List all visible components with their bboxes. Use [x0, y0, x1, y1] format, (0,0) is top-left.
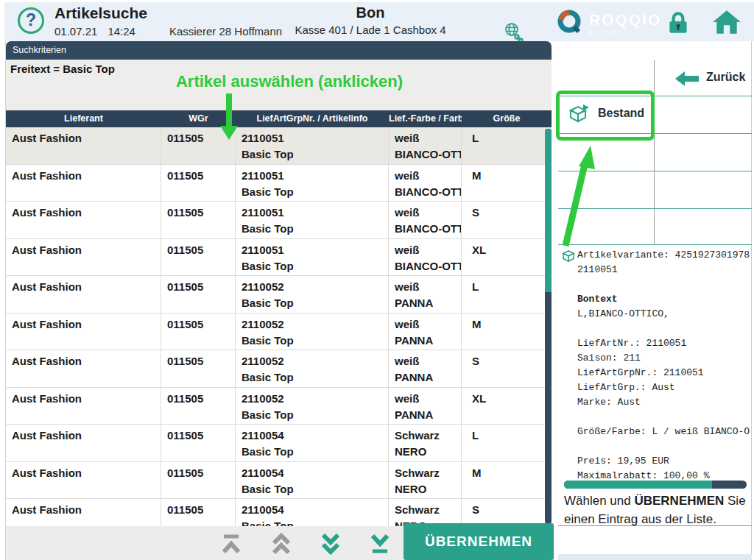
logo-subtext: 4.1745: [589, 29, 661, 36]
detail-liefartnr: LiefArtNr.: 2110051: [562, 336, 750, 351]
pos-window: ? Artikelsuche 01.07.2114:24Kassierer 28…: [0, 0, 754, 560]
cell-farbe: weißBIANCO-OTTICO: [389, 165, 462, 202]
detail-marke: Marke: Aust: [562, 395, 750, 410]
table-row[interactable]: Aust Fashion 011505 2110052Basic Top wei…: [6, 276, 552, 313]
detail-preis: Preis: 19,95 EUR: [562, 454, 750, 469]
cell-groesse: M: [462, 313, 552, 350]
page-title: Artikelsuche: [54, 4, 147, 22]
table-row[interactable]: Aust Fashion 011505 2110051Basic Top wei…: [6, 165, 552, 202]
cell-artikelinfo: 2110051Basic Top: [236, 165, 389, 202]
stock-box-icon: [567, 104, 591, 124]
home-icon[interactable]: [712, 9, 741, 38]
cell-artikelinfo: 2110054Basic Top: [236, 462, 389, 499]
side-panel-divider: [558, 525, 752, 526]
table-row[interactable]: Aust Fashion 011505 2110051Basic Top wei…: [6, 202, 552, 239]
detail-bontext-value: L,BIANCO-OTTICO,: [562, 307, 750, 322]
search-criteria-bar: Suchkriterien: [6, 41, 552, 60]
stock-button[interactable]: Bestand: [558, 96, 654, 133]
app-header: ? Artikelsuche 01.07.2114:24Kassierer 28…: [4, 2, 754, 41]
article-table: Aust Fashion 011505 2110051Basic Top wei…: [6, 127, 552, 526]
back-button-label: Zurück: [706, 71, 745, 84]
detail-variant: Artikelvariante: 4251927301978: [562, 248, 750, 263]
grid-line: [558, 208, 752, 209]
back-arrow-icon: [675, 71, 699, 87]
cell-artikelinfo: 2110051Basic Top: [236, 202, 389, 238]
article-details: Artikelvariante: 4251927301978 2110051 B…: [562, 248, 750, 483]
progress-fill: [564, 481, 712, 489]
cell-lieferant: Aust Fashion: [6, 202, 161, 238]
cell-farbe: weißBIANCO-OTTICO: [389, 202, 462, 238]
cell-lieferant: Aust Fashion: [6, 425, 161, 461]
document-header: Bon Kasse 401 / Lade 1 Cashbox 4: [260, 4, 481, 36]
table-row[interactable]: Aust Fashion 011505 2110052Basic Top wei…: [6, 313, 552, 351]
cell-artikelinfo: 2110051Basic Top: [236, 127, 389, 164]
detail-groesse-farbe: Größe/Farbe: L / weiß BIANCO-O: [562, 425, 750, 439]
cell-farbe: weißBIANCO-OTTICO: [389, 239, 462, 276]
cell-groesse: M: [462, 165, 552, 202]
instruction-hint: Wählen und ÜBERNEHMEN Sie einen Eintrag …: [564, 492, 750, 528]
detail-saison: Saison: 211: [562, 351, 750, 366]
cell-artikelinfo: 2110052Basic Top: [236, 276, 389, 313]
cell-lieferant: Aust Fashion: [6, 313, 161, 350]
cell-wgr: 011505: [161, 202, 236, 238]
cell-wgr: 011505: [161, 313, 236, 350]
table-row[interactable]: Aust Fashion 011505 2110052Basic Top wei…: [6, 388, 552, 425]
header-subline: 01.07.2114:24Kassierer 28 Hoffmann: [54, 25, 282, 38]
annotation-select-hint: Artikel auswählen (anklicken): [113, 72, 466, 91]
time-label: 14:24: [108, 25, 135, 38]
cell-farbe: SchwarzNERO: [389, 425, 462, 461]
cell-wgr: 011505: [161, 425, 236, 461]
grid-line: [558, 171, 752, 171]
detail-liefartgrpnr: LiefArtGrpNr.: 2110051: [562, 366, 750, 380]
cell-artikelinfo: 2110054Basic Top: [236, 499, 389, 526]
side-panel-footer-strip: [558, 554, 752, 560]
logo-text: ROQQIO: [589, 11, 661, 29]
cell-artikelinfo: 2110052Basic Top: [236, 313, 389, 350]
table-row[interactable]: Aust Fashion 011505 2110052Basic Top wei…: [6, 350, 552, 388]
uebernehmen-button[interactable]: ÜBERNEHMEN: [404, 523, 554, 560]
cell-farbe: weißPANNA: [389, 388, 462, 425]
discount-progress-bar: [564, 481, 747, 489]
cell-artikelinfo: 2110054Basic Top: [236, 425, 389, 461]
cell-artikelinfo: 2110051Basic Top: [236, 239, 389, 276]
page-up-icon[interactable]: [269, 533, 294, 555]
roqqio-logo-mark: [555, 7, 585, 38]
table-scrollbar[interactable]: [545, 129, 552, 524]
cell-lieferant: Aust Fashion: [6, 499, 161, 526]
cell-farbe: weißPANNA: [389, 313, 462, 350]
scrollbar-thumb[interactable]: [545, 129, 552, 292]
table-row[interactable]: Aust Fashion 011505 2110054Basic Top Sch…: [6, 462, 552, 500]
table-row[interactable]: Aust Fashion 011505 2110054Basic Top Sch…: [6, 425, 552, 462]
roqqio-logo: ROQQIO 4.1745: [555, 7, 661, 38]
scroll-to-top-icon[interactable]: [219, 533, 244, 555]
page-down-icon[interactable]: [318, 533, 343, 555]
cell-groesse: L: [462, 127, 552, 164]
cell-wgr: 011505: [161, 462, 236, 499]
table-row[interactable]: Aust Fashion 011505 2110051Basic Top wei…: [6, 239, 552, 277]
table-row[interactable]: Aust Fashion 011505 2110051Basic Top wei…: [6, 127, 552, 165]
annotation-arrow-up-icon: [558, 141, 602, 253]
cell-groesse: XL: [462, 388, 552, 425]
scroll-to-bottom-icon[interactable]: [367, 533, 392, 555]
cell-farbe: SchwarzNERO: [389, 462, 462, 499]
document-title: Bon: [260, 4, 481, 21]
grid-line: [558, 244, 752, 245]
cell-lieferant: Aust Fashion: [6, 462, 161, 499]
help-icon[interactable]: ?: [18, 7, 44, 34]
lock-icon[interactable]: [665, 10, 691, 39]
detail-liefartgrp: LiefArtGrp.: Aust: [562, 380, 750, 395]
variant-cube-icon: [562, 249, 575, 266]
cell-groesse: XL: [462, 239, 552, 276]
back-button[interactable]: Zurück: [655, 60, 752, 96]
criteria-text: Freitext = Basic Top: [10, 63, 115, 75]
detail-variant2: 2110051: [562, 263, 750, 277]
cell-wgr: 011505: [161, 388, 236, 425]
register-info: Kasse 401 / Lade 1 Cashbox 4: [260, 24, 481, 36]
table-row[interactable]: Aust Fashion 011505 2110054Basic Top Sch…: [6, 499, 552, 526]
detail-bontext-label: Bontext: [562, 292, 750, 307]
cell-lieferant: Aust Fashion: [6, 388, 161, 425]
cell-farbe: weißBIANCO-OTTICO: [389, 127, 462, 164]
cell-lieferant: Aust Fashion: [6, 350, 161, 387]
cell-wgr: 011505: [161, 165, 236, 202]
cell-groesse: M: [462, 462, 552, 499]
